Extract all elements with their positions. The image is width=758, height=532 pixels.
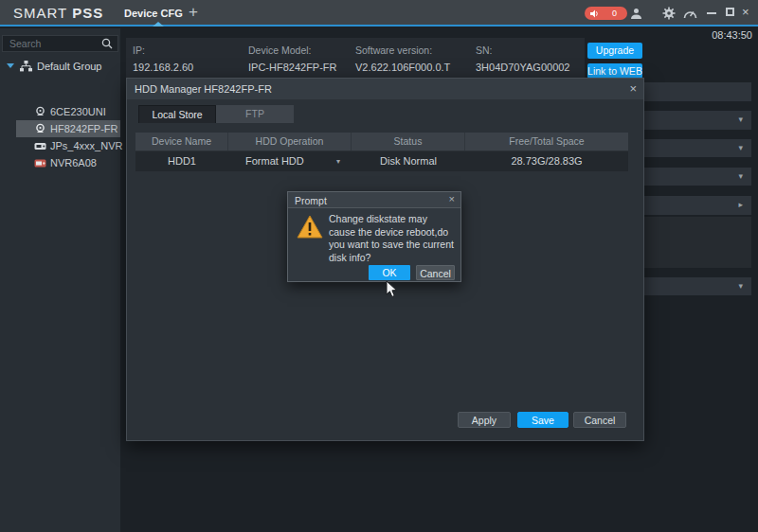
section-content-panel — [641, 217, 751, 268]
speaker-icon — [590, 9, 600, 18]
camera-icon — [34, 106, 46, 118]
expand-arrow-icon[interactable] — [7, 63, 14, 68]
collapsed-section-bar[interactable]: ▾ — [641, 168, 751, 186]
window-close-button[interactable]: × — [742, 5, 749, 19]
smart-pss-window: SMART PSS Device CFG + 0 — [0, 0, 758, 532]
field-value: 3H04D70YAG00002 — [476, 62, 569, 73]
field-value: 192.168.2.60 — [133, 62, 193, 73]
column-hdd-operation: HDD Operation — [228, 133, 352, 151]
active-tab-indicator — [153, 22, 164, 27]
brand-pss: PSS — [72, 5, 103, 21]
upgrade-button[interactable]: Upgrade — [587, 43, 642, 59]
prompt-message: Change diskstate may cause the device re… — [329, 213, 456, 264]
device-info-panel: IP: 192.168.2.60 Device Model: IPC-HF824… — [126, 38, 585, 80]
alarm-notification-badge[interactable]: 0 — [585, 7, 627, 20]
tree-group-default[interactable]: Default Group — [0, 58, 120, 74]
sidebar-item-nvr6a08[interactable]: NVR6A08 — [0, 154, 120, 171]
maximize-button[interactable] — [726, 8, 734, 16]
column-free-total: Free/Total Space — [465, 133, 628, 151]
search-icon[interactable] — [101, 38, 113, 49]
apply-button[interactable]: Apply — [458, 412, 511, 428]
column-device-name: Device Name — [135, 133, 228, 151]
net-speed-gauge-icon[interactable] — [682, 6, 697, 21]
dialog-close-icon[interactable]: × — [629, 81, 637, 96]
prompt-close-icon[interactable]: × — [449, 193, 455, 204]
column-status: Status — [352, 133, 465, 151]
cell-device-name: HDD1 — [135, 151, 228, 171]
sidebar-item-6ce230uni[interactable]: 6CE230UNI — [0, 103, 120, 120]
chevron-down-icon[interactable]: ▾ — [738, 115, 743, 124]
warning-icon — [297, 215, 323, 242]
save-button[interactable]: Save — [517, 412, 568, 428]
group-hierarchy-icon — [20, 61, 32, 72]
cell-status: Disk Normal — [352, 151, 465, 171]
chevron-down-icon[interactable]: ▾ — [336, 151, 340, 171]
device-tree-sidebar: Default Group 6CE230UNI HF8242FP-FR — [0, 28, 120, 532]
collapsed-section-bar[interactable]: ▾ — [641, 111, 751, 130]
brand-smart: SMART — [13, 5, 67, 21]
nvr-color-icon — [34, 157, 46, 169]
tab-local-store[interactable]: Local Store — [138, 105, 216, 123]
chevron-right-icon[interactable]: ▸ — [738, 200, 743, 209]
minimize-button[interactable] — [707, 12, 716, 14]
chevron-down-icon[interactable]: ▾ — [738, 143, 743, 152]
link-to-web-button[interactable]: Link to WEB — [587, 63, 642, 79]
sidebar-item-hf8242fp-fr[interactable]: HF8242FP-FR — [0, 120, 120, 137]
group-label: Default Group — [37, 61, 101, 72]
prompt-dialog: Prompt × Change diskstate may cause the … — [287, 191, 461, 282]
collapsed-section-bar[interactable]: ▾ — [641, 277, 751, 295]
field-label: SN: — [476, 44, 493, 56]
cell-free-total: 28.73G/28.83G — [465, 151, 628, 171]
nvr-icon — [34, 140, 46, 152]
field-value: IPC-HF8242FP-FR — [248, 62, 337, 73]
field-label: Software version: — [355, 44, 432, 56]
clock-display: 08:43:50 — [712, 29, 752, 41]
notification-count: 0 — [612, 9, 617, 18]
field-label: Device Model: — [248, 44, 312, 56]
app-logo: SMART PSS — [13, 5, 103, 21]
search-box — [2, 35, 118, 52]
sidebar-item-jps-4xxx-nvr[interactable]: JPs_4xxx_NVR — [0, 137, 120, 154]
field-label: IP: — [133, 44, 145, 56]
search-input[interactable] — [3, 38, 101, 49]
ok-button[interactable]: OK — [369, 265, 410, 280]
table-header: Device Name HDD Operation Status Free/To… — [135, 133, 628, 151]
prompt-title: Prompt — [295, 195, 327, 206]
chevron-down-icon[interactable]: ▾ — [738, 281, 743, 291]
table-row[interactable]: HDD1 Format HDD ▾ Disk Normal 28.73G/28.… — [135, 151, 628, 171]
dropdown-value: Format HDD — [245, 155, 304, 167]
user-icon[interactable] — [628, 6, 643, 21]
prompt-cancel-button[interactable]: Cancel — [416, 265, 455, 280]
collapsed-section-bar[interactable]: ▾ — [641, 139, 751, 157]
hdd-table: Device Name HDD Operation Status Free/To… — [135, 133, 628, 171]
mouse-cursor — [386, 280, 398, 302]
chevron-down-icon[interactable]: ▾ — [738, 171, 743, 181]
collapsed-section-bar[interactable] — [641, 82, 751, 101]
dialog-title: HDD Manager HF8242FP-FR — [135, 83, 272, 95]
dialog-titlebar[interactable]: HDD Manager HF8242FP-FR × — [127, 79, 643, 99]
cancel-button[interactable]: Cancel — [573, 412, 626, 428]
device-label: JPs_4xxx_NVR — [50, 140, 122, 151]
device-label: NVR6A08 — [50, 157, 97, 168]
collapsed-section-bar[interactable]: ▸ — [641, 196, 751, 215]
camera-icon — [34, 123, 46, 135]
prompt-titlebar[interactable]: Prompt × — [288, 192, 460, 208]
field-value: V2.622.106F000.0.T — [355, 62, 450, 73]
device-label: 6CE230UNI — [50, 106, 106, 117]
device-label: HF8242FP-FR — [50, 123, 118, 134]
topbar: SMART PSS Device CFG + 0 — [0, 0, 758, 27]
gear-icon[interactable] — [661, 6, 677, 21]
tab-ftp[interactable]: FTP — [216, 105, 294, 123]
hdd-operation-dropdown[interactable]: Format HDD ▾ — [228, 151, 352, 171]
add-tab-button[interactable]: + — [189, 3, 198, 22]
tab-device-cfg[interactable]: Device CFG — [124, 8, 183, 19]
